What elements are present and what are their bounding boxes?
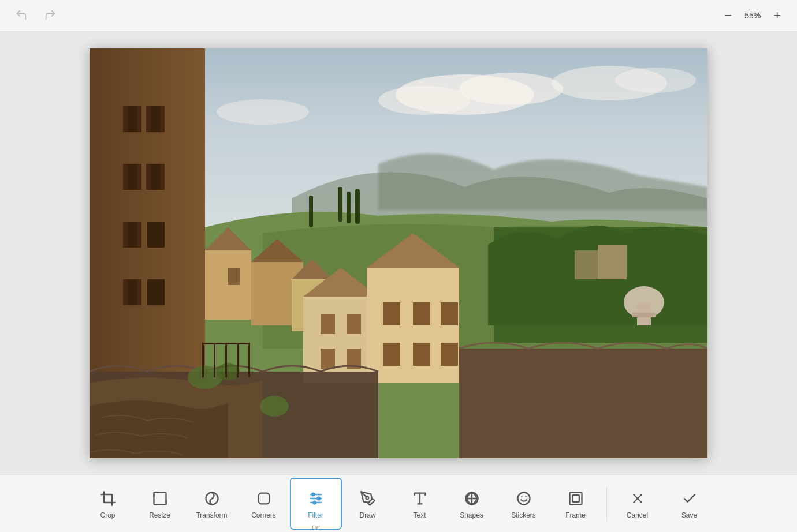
filter-icon <box>308 488 324 509</box>
zoom-level-display: 55% <box>741 11 764 20</box>
tool-shapes[interactable]: Shapes <box>446 478 498 530</box>
stickers-icon <box>516 488 532 509</box>
zoom-control: − 55% + <box>720 7 785 24</box>
tool-stickers[interactable]: Stickers <box>498 478 550 530</box>
bottom-toolbar: Crop Resize Transform <box>0 474 797 532</box>
draw-icon <box>360 488 376 509</box>
svg-rect-91 <box>572 495 579 502</box>
save-icon <box>681 488 698 509</box>
tool-corners[interactable]: Corners <box>238 478 290 530</box>
shapes-icon <box>464 488 480 509</box>
svg-rect-71 <box>90 48 707 458</box>
frame-icon <box>568 488 584 509</box>
draw-label: Draw <box>359 511 375 519</box>
tool-transform[interactable]: Transform <box>186 478 238 530</box>
shapes-label: Shapes <box>460 511 483 519</box>
tool-resize[interactable]: Resize <box>134 478 186 530</box>
frame-label: Frame <box>565 511 586 519</box>
stickers-label: Stickers <box>511 511 536 519</box>
svg-rect-90 <box>569 492 582 504</box>
crop-label: Crop <box>100 511 115 519</box>
filter-label: Filter <box>308 511 323 519</box>
cancel-icon <box>630 488 646 509</box>
save-label: Save <box>681 511 697 519</box>
main-image <box>90 48 707 458</box>
tool-save[interactable]: Save <box>664 478 716 530</box>
toolbar-divider <box>606 486 607 521</box>
transform-icon <box>204 488 220 509</box>
crop-icon <box>100 488 116 509</box>
resize-icon <box>152 488 168 509</box>
nav-controls <box>12 5 60 27</box>
tool-crop[interactable]: Crop <box>82 478 134 530</box>
svg-rect-74 <box>258 493 269 504</box>
corners-icon <box>256 488 272 509</box>
tool-items-container: Crop Resize Transform <box>82 478 716 530</box>
top-bar: − 55% + <box>0 0 797 32</box>
canvas-area <box>0 32 797 474</box>
corners-label: Corners <box>251 511 276 519</box>
image-container <box>90 48 707 458</box>
svg-point-79 <box>317 497 320 500</box>
tool-cancel[interactable]: Cancel <box>612 478 664 530</box>
redo-button[interactable] <box>40 5 60 27</box>
svg-point-80 <box>313 501 316 504</box>
tool-text[interactable]: Text <box>394 478 446 530</box>
transform-label: Transform <box>196 511 227 519</box>
text-icon <box>412 488 428 509</box>
cursor-indicator: ☞ <box>312 522 320 533</box>
text-label: Text <box>413 511 426 519</box>
zoom-out-button[interactable]: − <box>720 7 736 24</box>
resize-label: Resize <box>149 511 170 519</box>
tool-filter[interactable]: Filter ☞ <box>290 478 342 530</box>
tool-frame[interactable]: Frame <box>550 478 602 530</box>
zoom-in-button[interactable]: + <box>769 7 785 24</box>
svg-point-87 <box>517 492 530 504</box>
svg-rect-72 <box>154 492 166 504</box>
undo-button[interactable] <box>12 5 31 27</box>
svg-point-78 <box>312 493 315 496</box>
svg-point-81 <box>366 496 368 499</box>
tool-draw[interactable]: Draw <box>342 478 394 530</box>
cancel-label: Cancel <box>627 511 648 519</box>
